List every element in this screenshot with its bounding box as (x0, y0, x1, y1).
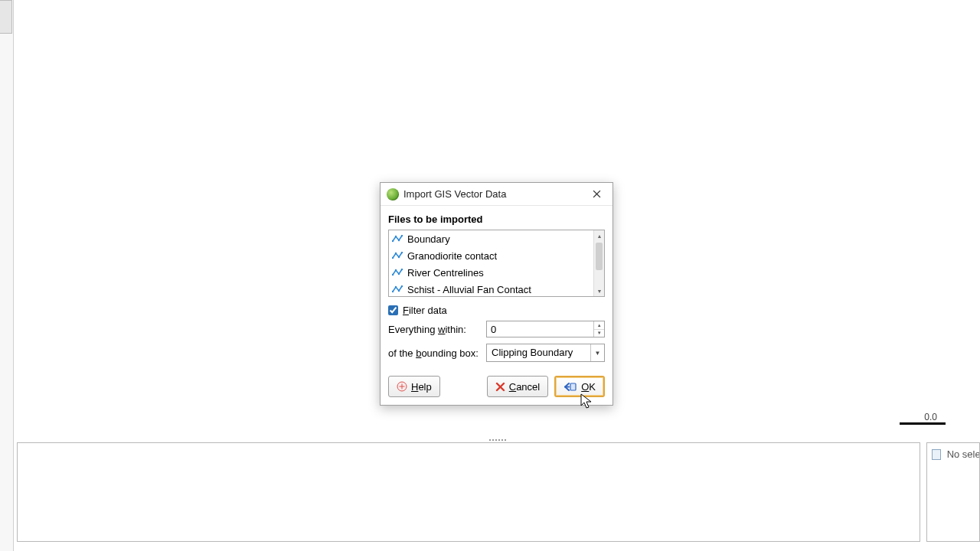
spin-down-icon[interactable]: ▼ (594, 330, 604, 337)
svg-point-12 (398, 273, 400, 275)
list-item-label: Schist - Alluvial Fan Contact (407, 284, 531, 295)
ok-button[interactable]: OK (554, 376, 605, 397)
bounding-box-value: Clipping Boundary (487, 344, 590, 361)
file-list[interactable]: BoundaryGranodiorite contactRiver Centre… (388, 230, 605, 297)
scale-bar (900, 422, 946, 425)
ok-icon (564, 382, 577, 392)
scroll-thumb[interactable] (596, 243, 603, 270)
vector-layer-icon (392, 235, 403, 243)
filter-row: Filter data (388, 305, 605, 316)
svg-point-11 (395, 269, 397, 271)
within-spinbox[interactable]: ▲ ▼ (486, 321, 605, 337)
within-spinner[interactable]: ▲ ▼ (593, 321, 604, 337)
list-item-label: River Centrelines (407, 267, 484, 279)
left-toolbar-stub[interactable] (0, 0, 12, 34)
dialog-button-row: Help Cancel (388, 376, 605, 397)
filter-data-label[interactable]: Filter data (403, 305, 447, 316)
app-icon (387, 188, 399, 201)
within-label: Everything within: (388, 324, 486, 335)
svg-point-3 (395, 236, 397, 237)
svg-point-8 (398, 256, 400, 258)
help-icon (397, 381, 407, 392)
cancel-icon (495, 382, 505, 392)
dialog-titlebar[interactable]: Import GIS Vector Data (381, 183, 612, 206)
no-selection-label: No sele (947, 448, 980, 460)
dialog-body: Files to be imported BoundaryGranodiorit… (381, 206, 612, 405)
bottom-left-panel (17, 442, 920, 542)
spin-up-icon[interactable]: ▲ (594, 321, 604, 330)
scroll-up-button[interactable]: ▲ (594, 230, 605, 241)
svg-point-7 (395, 253, 397, 254)
scale-label: 0.0 (924, 412, 937, 422)
help-button[interactable]: Help (388, 376, 440, 397)
dialog-title: Import GIS Vector Data (403, 188, 585, 200)
svg-point-15 (395, 286, 397, 288)
close-button[interactable] (585, 186, 608, 203)
list-item[interactable]: River Centrelines (389, 264, 593, 281)
list-item[interactable]: Boundary (389, 230, 593, 247)
svg-point-4 (398, 240, 400, 241)
close-icon (593, 190, 601, 198)
list-item-label: Granodiorite contact (407, 250, 497, 262)
filter-data-checkbox[interactable] (388, 305, 398, 315)
svg-point-16 (398, 290, 400, 292)
bounding-box-combo[interactable]: Clipping Boundary ▼ (486, 344, 605, 362)
bottom-right-panel: No sele (926, 442, 980, 542)
svg-rect-23 (570, 383, 576, 390)
list-item-label: Boundary (407, 233, 450, 245)
cancel-button[interactable]: Cancel (487, 376, 548, 397)
combo-dropdown-button[interactable]: ▼ (590, 344, 604, 361)
vector-layer-icon (392, 269, 403, 276)
list-item[interactable]: Granodiorite contact (389, 247, 593, 264)
filter-form: Everything within: ▲ ▼ of the bounding b… (388, 321, 605, 362)
vector-layer-icon (392, 252, 403, 259)
scroll-down-button[interactable]: ▼ (594, 285, 605, 296)
within-input[interactable] (487, 321, 593, 337)
document-icon (932, 449, 941, 460)
file-list-scrollbar[interactable]: ▲ ▼ (593, 230, 604, 296)
files-section-header: Files to be imported (388, 214, 605, 225)
left-rail (0, 0, 14, 551)
import-gis-dialog: Import GIS Vector Data Files to be impor… (380, 182, 613, 406)
svg-rect-20 (402, 384, 403, 390)
bounding-box-label: of the bounding box: (388, 347, 486, 359)
vector-layer-icon (392, 285, 403, 293)
list-item[interactable]: Schist - Alluvial Fan Contact (389, 281, 593, 296)
